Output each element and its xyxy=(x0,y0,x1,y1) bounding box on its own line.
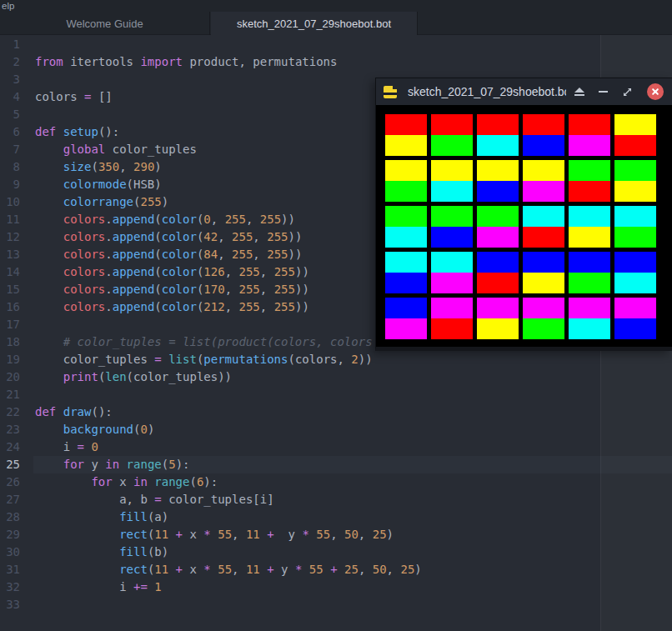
tab-welcome-guide[interactable]: Welcome Guide xyxy=(0,12,210,35)
line-text: for x in range(6): xyxy=(33,473,672,491)
color-pair-r1-c3 xyxy=(523,160,564,202)
code-line-22[interactable]: 22def draw(): xyxy=(0,403,672,421)
menu-item-help-partial[interactable]: elp xyxy=(0,1,14,11)
color-pair-r1-c0 xyxy=(385,160,427,202)
code-line-1[interactable]: 1 xyxy=(0,36,672,53)
line-text xyxy=(33,36,672,53)
green-swatch xyxy=(614,160,656,181)
cyan-swatch xyxy=(569,318,610,339)
line-text: for y in range(5): xyxy=(33,456,672,473)
code-line-27[interactable]: 27 a, b = color_tuples[i] xyxy=(0,491,672,508)
tab-label: Welcome Guide xyxy=(66,18,143,30)
tab-sketch-file[interactable]: sketch_2021_07_29shoebot.bot xyxy=(211,12,418,36)
code-line-31[interactable]: 31 rect(11 + x * 55, 11 + y * 55 + 25, 5… xyxy=(0,561,672,578)
line-text: fill(a) xyxy=(33,508,672,526)
magenta-swatch xyxy=(569,298,610,318)
line-number: 15 xyxy=(0,281,20,298)
color-pair-r4-c0 xyxy=(385,298,427,339)
blue-swatch xyxy=(431,227,473,248)
window-controls xyxy=(574,83,672,100)
line-number: 3 xyxy=(0,71,20,88)
red-swatch xyxy=(385,114,427,135)
color-pair-r4-c1 xyxy=(431,298,473,339)
shade-window-button[interactable] xyxy=(574,88,584,96)
sketch-window-title: sketch_2021_07_29shoebot.bot xyxy=(408,85,566,98)
line-number: 17 xyxy=(0,316,20,333)
code-line-32[interactable]: 32 i += 1 xyxy=(0,578,672,596)
code-line-29[interactable]: 29 rect(11 + x * 55, 11 + y * 55, 50, 25… xyxy=(0,526,672,543)
code-line-19[interactable]: 19 color_tuples = list(permutations(colo… xyxy=(0,351,672,368)
resize-button[interactable] xyxy=(622,87,633,98)
line-number: 21 xyxy=(0,386,20,403)
green-swatch xyxy=(385,206,427,227)
color-pair-r1-c1 xyxy=(431,160,473,202)
line-number: 23 xyxy=(0,421,20,438)
blue-swatch xyxy=(523,135,564,156)
line-text: rect(11 + x * 55, 11 + y * 55, 50, 25) xyxy=(33,526,672,543)
line-text xyxy=(33,386,672,403)
green-swatch xyxy=(614,227,656,248)
color-pair-r2-c0 xyxy=(385,206,427,248)
line-number: 2 xyxy=(0,53,20,71)
line-number: 30 xyxy=(0,543,20,561)
blue-swatch xyxy=(385,298,427,318)
magenta-swatch xyxy=(431,273,473,293)
red-swatch xyxy=(523,114,564,135)
blue-swatch xyxy=(614,318,656,339)
cyan-swatch xyxy=(523,206,564,227)
green-swatch xyxy=(385,181,427,202)
color-pair-r2-c5 xyxy=(614,206,656,248)
shoebot-app-icon xyxy=(384,86,397,98)
blue-swatch xyxy=(477,181,519,202)
color-pair-r0-c0 xyxy=(385,114,427,156)
shoebot-output-window[interactable]: sketch_2021_07_29shoebot.bot xyxy=(375,78,672,351)
code-line-26[interactable]: 26 for x in range(6): xyxy=(0,473,672,491)
red-swatch xyxy=(431,318,473,339)
line-number: 9 xyxy=(0,176,20,193)
yellow-swatch xyxy=(385,135,427,156)
red-swatch xyxy=(431,114,473,135)
cyan-swatch xyxy=(477,135,519,156)
line-number: 7 xyxy=(0,141,20,158)
sketch-window-titlebar[interactable]: sketch_2021_07_29shoebot.bot xyxy=(376,78,672,105)
minimize-icon xyxy=(599,91,608,93)
line-number: 16 xyxy=(0,298,20,316)
code-line-23[interactable]: 23 background(0) xyxy=(0,421,672,438)
close-button[interactable] xyxy=(647,83,664,100)
line-text: a, b = color_tuples[i] xyxy=(33,491,672,508)
code-line-20[interactable]: 20 print(len(color_tuples)) xyxy=(0,368,672,386)
code-line-30[interactable]: 30 fill(b) xyxy=(0,543,672,561)
code-line-25[interactable]: 25 for y in range(5): xyxy=(0,456,672,473)
cyan-swatch xyxy=(431,252,473,273)
magenta-swatch xyxy=(614,298,656,318)
line-text: color_tuples = list(permutations(colors,… xyxy=(33,351,672,368)
tab-bar: Welcome Guide sketch_2021_07_29shoebot.b… xyxy=(0,12,672,35)
blue-swatch xyxy=(569,252,610,273)
yellow-swatch xyxy=(523,273,564,293)
magenta-swatch xyxy=(431,298,473,318)
line-text: from itertools import product, permutati… xyxy=(33,53,672,71)
yellow-swatch xyxy=(614,114,656,135)
color-pair-r3-c1 xyxy=(431,252,473,293)
cyan-swatch xyxy=(614,206,656,227)
code-line-2[interactable]: 2from itertools import product, permutat… xyxy=(0,53,672,71)
line-number: 29 xyxy=(0,526,20,543)
cyan-swatch xyxy=(431,181,473,202)
line-text: background(0) xyxy=(33,421,672,438)
red-swatch xyxy=(523,227,564,248)
code-line-21[interactable]: 21 xyxy=(0,386,672,403)
blue-swatch xyxy=(477,252,519,273)
red-swatch xyxy=(477,273,519,293)
green-swatch xyxy=(569,160,610,181)
color-pair-r3-c3 xyxy=(523,252,564,293)
code-line-28[interactable]: 28 fill(a) xyxy=(0,508,672,526)
line-number: 12 xyxy=(0,228,20,246)
code-line-33[interactable]: 33 xyxy=(0,596,672,613)
code-line-24[interactable]: 24 i = 0 xyxy=(0,438,672,456)
magenta-swatch xyxy=(477,227,519,248)
line-number: 10 xyxy=(0,193,20,211)
app-window: elp Welcome Guide sketch_2021_07_29shoeb… xyxy=(0,0,672,631)
red-swatch xyxy=(477,114,519,135)
yellow-swatch xyxy=(477,160,519,181)
minimize-button[interactable] xyxy=(599,91,608,93)
